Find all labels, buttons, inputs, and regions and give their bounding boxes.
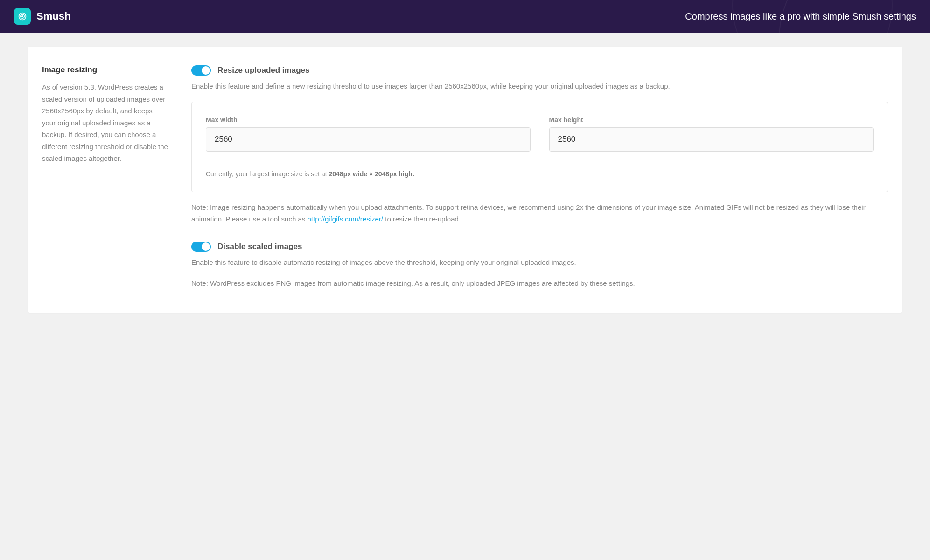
disable-scaled-toggle[interactable]: [191, 242, 211, 252]
brand: Smush: [14, 8, 70, 25]
disable-scaled-title: Disable scaled images: [217, 242, 302, 251]
header: Smush Compress images like a pro with si…: [0, 0, 930, 33]
resize-description: Enable this feature and define a new res…: [191, 80, 888, 92]
brand-name: Smush: [36, 10, 70, 22]
sidebar-info: Image resizing As of version 5.3, WordPr…: [42, 65, 168, 290]
smush-logo-icon: [14, 8, 31, 25]
header-tagline: Compress images like a pro with simple S…: [685, 11, 916, 22]
max-height-label: Max height: [549, 116, 874, 124]
resize-setting: Resize uploaded images Enable this featu…: [191, 65, 888, 225]
largest-image-hint: Currently, your largest image size is se…: [206, 170, 874, 178]
max-width-label: Max width: [206, 116, 531, 124]
resize-title: Resize uploaded images: [217, 66, 309, 75]
disable-scaled-description: Enable this feature to disable automatic…: [191, 256, 888, 269]
disable-scaled-note: Note: WordPress excludes PNG images from…: [191, 277, 888, 290]
settings-panel: Image resizing As of version 5.3, WordPr…: [28, 47, 902, 313]
disable-scaled-setting: Disable scaled images Enable this featur…: [191, 242, 888, 290]
max-height-input[interactable]: [549, 127, 874, 152]
resize-toggle[interactable]: [191, 65, 211, 76]
svg-point-2: [22, 16, 23, 17]
section-title: Image resizing: [42, 65, 168, 75]
section-description: As of version 5.3, WordPress creates a s…: [42, 81, 168, 165]
gif-resizer-link[interactable]: http://gifgifs.com/resizer/: [307, 215, 383, 223]
resize-note: Note: Image resizing happens automatical…: [191, 201, 888, 225]
max-width-input[interactable]: [206, 127, 531, 152]
resize-config-box: Max width Max height Currently, your lar…: [191, 102, 888, 192]
